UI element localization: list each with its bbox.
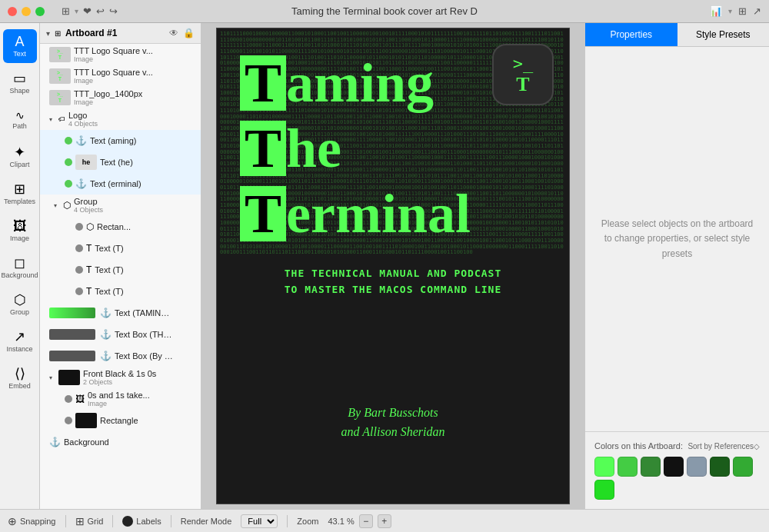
render-mode-select[interactable]: Full — [241, 514, 278, 528]
layer-lock-icon[interactable]: 🔒 — [187, 136, 198, 146]
layer-lock-icon[interactable]: 🔒 — [187, 416, 198, 426]
close-button[interactable] — [8, 7, 17, 16]
tool-group[interactable]: ⬡ Group — [3, 288, 37, 321]
color-swatch[interactable] — [710, 457, 730, 477]
layer-item[interactable]: he Text (he) 👁 🔒 — [40, 151, 201, 173]
lock-icon[interactable]: 🔒 — [183, 28, 195, 38]
layer-item[interactable]: ⬡ Rectan... 👁 🔒 — [40, 216, 201, 238]
layer-eye-icon[interactable]: 👁 — [175, 330, 184, 340]
layer-eye-icon[interactable]: 👁 — [175, 416, 184, 426]
snapping-toggle[interactable]: ⊕ Snapping — [8, 515, 56, 527]
layer-lock-icon[interactable]: 🔒 — [187, 244, 198, 254]
color-swatch[interactable] — [618, 457, 638, 477]
color-swatch[interactable] — [687, 457, 707, 477]
tab-style-presets[interactable]: Style Presets — [677, 23, 770, 46]
layer-lock-icon[interactable]: 🔒 — [187, 308, 198, 318]
layer-eye-icon[interactable]: 👁 — [175, 437, 184, 447]
toolbar-undo[interactable]: ↩ — [96, 5, 105, 17]
labels-toggle[interactable]: Labels — [122, 516, 161, 527]
layer-item[interactable]: T Text (T) 👁 🔒 — [40, 281, 201, 302]
layer-lock-icon[interactable]: 🔒 — [187, 437, 198, 447]
layer-lock-icon[interactable]: 🔒 — [187, 351, 198, 361]
layer-toggle[interactable]: ▾ — [49, 374, 58, 381]
layer-eye-icon[interactable]: 👁 — [175, 71, 184, 81]
layer-eye-icon[interactable]: 👁 — [175, 222, 184, 232]
layer-item[interactable]: ⚓ Text Box (THE TEC... 👁 🔒 — [40, 324, 201, 345]
layer-eye-icon[interactable]: 👁 — [175, 373, 184, 383]
tool-clipart[interactable]: ✦ Clipart — [3, 140, 37, 174]
tool-instance[interactable]: ↗ Instance — [3, 324, 37, 358]
layer-eye-icon[interactable]: 👁 — [175, 351, 184, 361]
minimize-button[interactable] — [22, 7, 31, 16]
color-swatch[interactable] — [594, 480, 614, 500]
toolbar-icon-1[interactable]: ⊞ — [62, 5, 70, 17]
color-swatch[interactable] — [594, 457, 614, 477]
layer-lock-icon[interactable]: 🔒 — [187, 71, 198, 81]
maximize-button[interactable] — [35, 7, 45, 16]
layer-eye-icon[interactable]: 👁 — [175, 244, 184, 254]
layer-eye-icon[interactable]: 👁 — [175, 394, 184, 404]
layer-item-background[interactable]: ⚓ Background 👁 🔒 — [40, 431, 201, 453]
layer-item[interactable]: ▾ ⬡ Group 4 Objects 👁 🔒 — [40, 195, 201, 216]
layer-item[interactable]: >_T TTT_logo_1400px Image 👁 🔒 — [40, 87, 201, 108]
layer-item[interactable]: T Text (T) 👁 🔒 — [40, 238, 201, 259]
layer-item[interactable]: ⚓ Text Box (By Bart B... 👁 🔒 — [40, 345, 201, 367]
layer-eye-icon[interactable]: 👁 — [175, 50, 184, 60]
tool-background[interactable]: ◻ Background — [3, 251, 37, 284]
tool-image[interactable]: 🖼 Image — [3, 214, 37, 248]
zoom-decrease-button[interactable]: − — [359, 514, 373, 528]
layer-lock-icon[interactable]: 🔒 — [187, 222, 198, 232]
layer-eye-icon[interactable]: 👁 — [175, 179, 184, 189]
share-icon[interactable]: ⊞ — [738, 5, 747, 17]
color-swatch[interactable] — [641, 457, 661, 477]
eye-icon[interactable]: 👁 — [169, 28, 178, 38]
layer-item[interactable]: T Text (T) 👁 🔒 — [40, 259, 201, 281]
layer-eye-icon[interactable]: 👁 — [175, 265, 184, 275]
layer-eye-icon[interactable]: 👁 — [175, 201, 184, 211]
artboard-chevron[interactable]: ▾ — [46, 29, 50, 38]
layer-lock-icon[interactable]: 🔒 — [187, 50, 198, 60]
sort-label[interactable]: Sort by References◇ — [687, 442, 760, 451]
layer-lock-icon[interactable]: 🔒 — [187, 115, 198, 125]
toolbar-icon-2[interactable]: ❤ — [83, 5, 92, 17]
toolbar-redo[interactable]: ↪ — [109, 5, 118, 17]
tool-text[interactable]: A Text — [3, 29, 37, 63]
tool-templates[interactable]: ⊞ Templates — [3, 177, 37, 211]
layer-lock-icon[interactable]: 🔒 — [187, 201, 198, 211]
tool-embed[interactable]: ⟨⟩ Embed — [3, 361, 37, 395]
layer-lock-icon[interactable]: 🔒 — [187, 373, 198, 383]
layer-item[interactable]: ▾ Front Black & 1s 0s 2 Objects 👁 🔒 — [40, 367, 201, 388]
layer-lock-icon[interactable]: 🔒 — [187, 394, 198, 404]
layer-eye-icon[interactable]: 👁 — [175, 158, 184, 168]
layer-item[interactable]: ⚓ Text (aming) 👁 🔒 — [40, 130, 201, 151]
layer-toggle[interactable]: ▾ — [49, 116, 58, 123]
layer-item[interactable]: ▾ 🏷 Logo 4 Objects 👁 🔒 — [40, 108, 201, 130]
layer-eye-icon[interactable]: 👁 — [175, 93, 184, 103]
layer-lock-icon[interactable]: 🔒 — [187, 93, 198, 103]
layer-item[interactable]: Rectangle 👁 🔒 — [40, 410, 201, 431]
layer-toggle[interactable]: ▾ — [54, 202, 63, 209]
layer-item[interactable]: 🖼 0s and 1s take... Image 👁 🔒 — [40, 388, 201, 410]
export-icon[interactable]: ↗ — [753, 5, 761, 17]
layer-eye-icon[interactable]: 👁 — [175, 308, 184, 318]
color-swatch[interactable] — [664, 457, 684, 477]
zoom-increase-button[interactable]: + — [378, 514, 391, 528]
layer-eye-icon[interactable]: 👁 — [175, 115, 184, 125]
tab-properties[interactable]: Properties — [585, 23, 677, 46]
layer-lock-icon[interactable]: 🔒 — [187, 330, 198, 340]
chart-icon[interactable]: 📊 — [710, 5, 722, 17]
layer-lock-icon[interactable]: 🔒 — [187, 287, 198, 297]
layer-eye-icon[interactable]: 👁 — [175, 287, 184, 297]
layer-lock-icon[interactable]: 🔒 — [187, 179, 198, 189]
layer-item[interactable]: >_T TTT Logo Square v... Image 👁 🔒 — [40, 65, 201, 87]
color-swatch[interactable] — [733, 457, 753, 477]
layer-eye-icon[interactable]: 👁 — [175, 136, 184, 146]
layer-item[interactable]: ⚓ Text (erminal) 👁 🔒 — [40, 173, 201, 195]
tool-shape[interactable]: ▭ Shape — [3, 66, 37, 100]
layer-item[interactable]: ⚓ Text (TAMING THE... 👁 🔒 — [40, 302, 201, 324]
layer-item[interactable]: >_T TTT Logo Square v... Image 👁 🔒 — [40, 44, 201, 65]
tool-path[interactable]: ∿ Path — [3, 103, 37, 137]
grid-toggle[interactable]: ⊞ Grid — [75, 515, 104, 527]
layer-lock-icon[interactable]: 🔒 — [187, 265, 198, 275]
layer-lock-icon[interactable]: 🔒 — [187, 158, 198, 168]
